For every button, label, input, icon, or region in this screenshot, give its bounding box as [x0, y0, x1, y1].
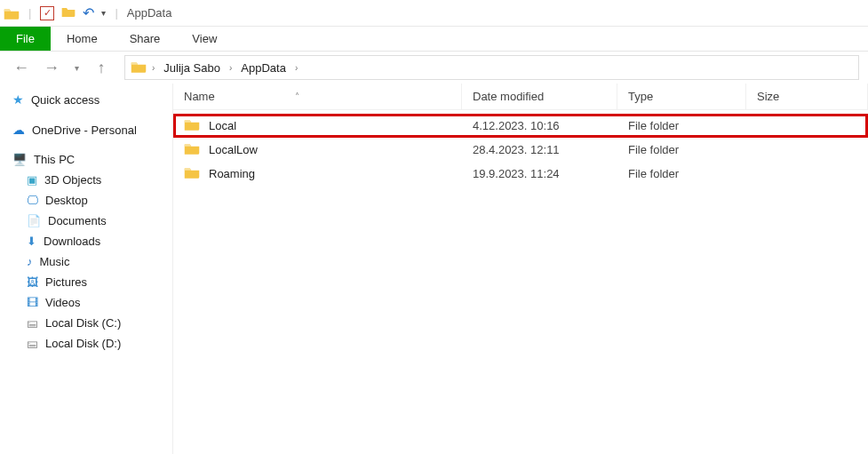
folder-icon — [184, 142, 200, 157]
file-date: 28.4.2023. 12:11 — [462, 143, 617, 156]
cube-icon: ▣ — [27, 173, 37, 187]
file-list: Local4.12.2023. 10:16File folderLocalLow… — [173, 110, 868, 186]
folder-icon — [131, 60, 147, 76]
disk-icon: 🖴 — [27, 316, 38, 330]
sidebar-item-local-disk-d[interactable]: 🖴 Local Disk (D:) — [0, 333, 172, 354]
sidebar-item-label: 3D Objects — [44, 173, 101, 187]
file-date: 19.9.2023. 11:24 — [462, 167, 617, 180]
folder-icon — [184, 166, 200, 181]
sidebar-item-videos[interactable]: 🎞 Videos — [0, 292, 172, 313]
chevron-down-icon: ▾ — [75, 63, 79, 73]
column-header-size[interactable]: Size — [746, 84, 868, 109]
column-label: Date modified — [473, 90, 544, 103]
title-bar: | ✓ ↶ ▾ | AppData — [0, 0, 868, 27]
properties-icon[interactable]: ✓ — [40, 6, 54, 20]
nav-sidebar: ★ Quick access ☁ OneDrive - Personal 🖥️ … — [0, 84, 173, 454]
folder-icon-small[interactable] — [61, 5, 76, 20]
sidebar-item-documents[interactable]: 📄 Documents — [0, 211, 172, 231]
tab-file[interactable]: File — [0, 27, 51, 51]
document-icon: 📄 — [27, 214, 41, 227]
file-name: LocalLow — [209, 143, 258, 156]
sidebar-item-label: This PC — [34, 153, 75, 166]
sidebar-item-music[interactable]: ♪ Music — [0, 251, 172, 272]
sidebar-item-label: Local Disk (C:) — [45, 316, 121, 330]
sidebar-item-label: Pictures — [45, 275, 87, 289]
content-pane: Name ˄ Date modified Type Size Local4.12… — [173, 84, 868, 454]
sidebar-item-label: OneDrive - Personal — [32, 123, 137, 137]
sidebar-item-3d-objects[interactable]: ▣ 3D Objects — [0, 170, 172, 190]
sidebar-item-label: Documents — [48, 214, 107, 227]
back-button[interactable]: ← — [9, 55, 34, 80]
disk-icon: 🖴 — [27, 337, 38, 350]
folder-icon — [184, 118, 200, 133]
column-header-type[interactable]: Type — [617, 84, 746, 109]
star-icon: ★ — [12, 92, 24, 107]
sidebar-item-label: Quick access — [31, 93, 100, 107]
undo-icon[interactable]: ↶ — [83, 4, 94, 21]
sidebar-item-local-disk-c[interactable]: 🖴 Local Disk (C:) — [0, 313, 172, 333]
main-area: ★ Quick access ☁ OneDrive - Personal 🖥️ … — [0, 84, 868, 454]
file-type: File folder — [617, 119, 746, 132]
column-label: Name — [184, 90, 215, 103]
nav-row: ← → ▾ ↑ › Julija Sabo › AppData › — [0, 52, 868, 84]
file-date: 4.12.2023. 10:16 — [462, 119, 617, 132]
sort-indicator-icon: ˄ — [295, 92, 299, 101]
breadcrumb-label: Julija Sabo — [163, 61, 220, 75]
sidebar-item-desktop[interactable]: 🖵 Desktop — [0, 190, 172, 211]
separator: | — [115, 6, 117, 20]
sidebar-item-label: Music — [40, 255, 70, 268]
file-row[interactable]: LocalLow28.4.2023. 12:11File folder — [173, 138, 868, 162]
column-header-name[interactable]: Name ˄ — [173, 84, 462, 109]
column-label: Type — [628, 90, 653, 103]
recent-locations-button[interactable]: ▾ — [69, 55, 84, 80]
desktop-icon: 🖵 — [27, 194, 38, 207]
chevron-right-icon: › — [152, 63, 155, 73]
qat-dropdown-icon[interactable]: ▾ — [101, 8, 106, 18]
sidebar-item-downloads[interactable]: ⬇ Downloads — [0, 231, 172, 251]
file-name: Roaming — [209, 167, 255, 180]
pc-icon: 🖥️ — [12, 153, 27, 166]
file-type: File folder — [617, 167, 746, 180]
sidebar-item-onedrive[interactable]: ☁ OneDrive - Personal — [0, 119, 172, 140]
arrow-right-icon: → — [44, 59, 60, 77]
sidebar-item-this-pc[interactable]: 🖥️ This PC — [0, 149, 172, 170]
tab-view[interactable]: View — [176, 27, 233, 51]
chevron-right-icon: › — [295, 63, 298, 73]
separator: | — [28, 6, 31, 20]
sidebar-item-quick-access[interactable]: ★ Quick access — [0, 89, 172, 110]
up-button[interactable]: ↑ — [89, 55, 114, 80]
arrow-up-icon: ↑ — [98, 59, 106, 77]
sidebar-item-label: Desktop — [45, 194, 88, 207]
download-icon: ⬇ — [27, 235, 36, 248]
column-label: Size — [757, 90, 779, 103]
address-bar[interactable]: › Julija Sabo › AppData › — [124, 55, 859, 80]
video-icon: 🎞 — [27, 296, 38, 309]
tab-home[interactable]: Home — [51, 27, 114, 51]
arrow-left-icon: ← — [13, 59, 29, 77]
file-name: Local — [209, 119, 236, 132]
sidebar-item-pictures[interactable]: 🖼 Pictures — [0, 272, 172, 292]
breadcrumb-label: AppData — [241, 61, 286, 75]
breadcrumb-item[interactable]: Julija Sabo — [160, 61, 224, 75]
column-header-date-modified[interactable]: Date modified — [462, 84, 617, 109]
folder-icon — [4, 5, 20, 21]
file-row[interactable]: Roaming19.9.2023. 11:24File folder — [173, 162, 868, 186]
window-title: AppData — [127, 6, 172, 20]
forward-button[interactable]: → — [39, 55, 64, 80]
sidebar-item-label: Downloads — [44, 235, 100, 248]
sidebar-item-label: Videos — [45, 296, 81, 309]
cloud-icon: ☁ — [12, 123, 25, 137]
column-headers: Name ˄ Date modified Type Size — [173, 84, 868, 110]
quick-access-toolbar: | ✓ ↶ ▾ | — [4, 4, 120, 21]
breadcrumb-item[interactable]: AppData — [237, 61, 290, 75]
sidebar-item-label: Local Disk (D:) — [45, 337, 121, 350]
file-type: File folder — [617, 143, 746, 156]
ribbon-tabs: File Home Share View — [0, 27, 868, 52]
music-icon: ♪ — [27, 255, 33, 268]
tab-share[interactable]: Share — [114, 27, 177, 51]
file-row[interactable]: Local4.12.2023. 10:16File folder — [173, 114, 868, 138]
chevron-right-icon: › — [229, 63, 232, 73]
picture-icon: 🖼 — [27, 275, 38, 289]
